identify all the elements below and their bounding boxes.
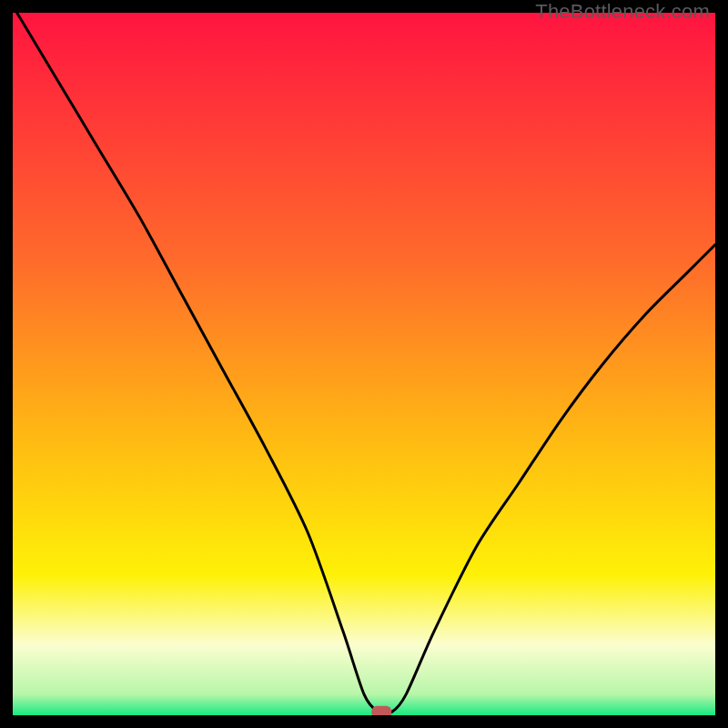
plot-area: [13, 13, 715, 715]
chart-frame: TheBottleneck.com: [0, 0, 728, 728]
bottleneck-chart: [13, 13, 715, 715]
watermark-text: TheBottleneck.com: [535, 0, 710, 24]
gradient-background: [13, 13, 715, 715]
optimal-point-marker: [371, 706, 391, 715]
